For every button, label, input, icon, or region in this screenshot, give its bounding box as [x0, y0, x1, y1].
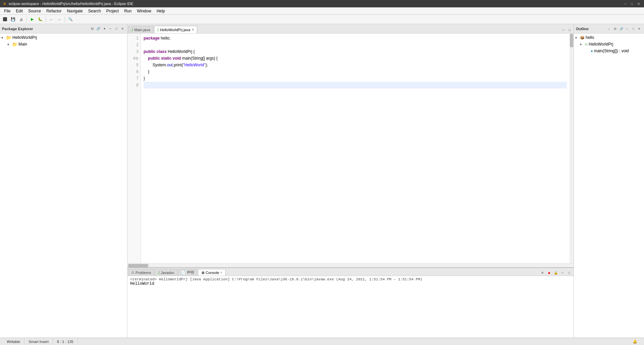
minimize-button[interactable]: ─	[623, 1, 628, 6]
toolbar-sep-3	[65, 16, 65, 22]
main-label: Main	[18, 42, 27, 47]
console-maximize-btn[interactable]: □	[566, 270, 572, 276]
scrollbar-h-thumb[interactable]	[128, 264, 148, 267]
save-button[interactable]: 💾	[9, 16, 17, 23]
tree-arrow-main: ▾	[7, 43, 12, 46]
code-line-7: }	[144, 75, 567, 82]
console-minimize-btn[interactable]: ─	[559, 270, 566, 276]
editor-main[interactable]: 1 2 3 4⊖ 5 6 7 8 package hello; public	[127, 33, 574, 263]
menu-run[interactable]: Run	[121, 8, 134, 14]
outline-collapse-btn[interactable]: ⊟	[612, 26, 618, 31]
console-output: HelloWorld	[130, 281, 571, 286]
tab-javadoc-label: Javadoc	[161, 271, 174, 275]
bottom-panel: ⚠ Problems J Javadoc 📄 声明 🖥 Console ✕	[127, 267, 574, 338]
tab-declaration-label: 声明	[187, 270, 194, 275]
editor-scrollbar-h[interactable]	[127, 263, 574, 267]
project-icon: 📁	[6, 35, 11, 40]
menu-navigate[interactable]: Navigate	[64, 8, 85, 14]
editor-tabs: J Main.java J HelloWorldPrj.java ✕ ─ □	[127, 24, 574, 33]
console-close-icon[interactable]: ✕	[220, 271, 223, 274]
debug-button[interactable]: 🐛	[37, 16, 44, 23]
outline-item-method[interactable]: ▾ ● main(String[]) : void	[574, 48, 644, 54]
project-label: HelloWorldPrj	[12, 35, 37, 40]
code-area[interactable]: package hello; public class HelloWorldPr…	[141, 33, 570, 263]
tab-main-java[interactable]: J Main.java	[128, 26, 153, 33]
tab-javadoc[interactable]: J Javadoc	[155, 269, 177, 276]
tab-problems[interactable]: ⚠ Problems	[128, 269, 154, 276]
outline-link-btn[interactable]: 🔗	[619, 26, 624, 31]
outline-title: Outline	[576, 27, 589, 31]
tree-item-main[interactable]: ▾ 📁 Main	[0, 41, 127, 48]
toolbar-sep-2	[46, 16, 46, 22]
close-button[interactable]: ✕	[636, 1, 641, 6]
outline-tree: ▾ 📦 hello ▾ ⊙ HelloWorldPrj ▾ ● main(Str…	[574, 33, 644, 55]
menu-edit[interactable]: Edit	[13, 8, 25, 14]
outline-class-label: HelloWorldPrj	[589, 42, 613, 47]
view-menu-icon[interactable]: ▾	[102, 26, 107, 31]
status-insert-text: Smart Insert	[29, 340, 49, 344]
tab-helloworld-close[interactable]: ✕	[192, 28, 194, 31]
close-panel-icon[interactable]: ✕	[120, 26, 125, 31]
menu-search[interactable]: Search	[86, 8, 104, 14]
back-button[interactable]: ←	[48, 16, 55, 23]
menu-file[interactable]: File	[1, 8, 13, 14]
outline-method-icon: ●	[591, 49, 593, 53]
outline-item-hello[interactable]: ▾ 📦 hello	[574, 34, 644, 41]
menu-source[interactable]: Source	[25, 8, 44, 14]
outline-maximize-btn[interactable]: □	[631, 26, 636, 31]
package-explorer-title: Package Explorer	[2, 27, 33, 31]
tree-item-project[interactable]: ▾ 📁 HelloWorldPrj	[0, 34, 127, 41]
outline-item-class[interactable]: ▾ ⊙ HelloWorldPrj	[574, 41, 644, 48]
outline-class-icon: ⊙	[585, 42, 588, 47]
run-button[interactable]: ▶	[29, 16, 36, 23]
search-button[interactable]: 🔍	[67, 16, 74, 23]
tree-arrow-project: ▾	[1, 36, 6, 40]
outline-close-btn[interactable]: ✕	[637, 26, 642, 31]
tab-declaration[interactable]: 📄 声明	[178, 269, 197, 276]
minimize-panel-icon[interactable]: ─	[108, 26, 113, 31]
outline-pkg-icon: 📦	[580, 36, 585, 40]
maximize-panel-icon[interactable]: □	[114, 26, 119, 31]
tab-console-label: Console	[206, 271, 219, 275]
link-editor-icon[interactable]: 🔗	[96, 26, 101, 31]
editor-scrollbar-v[interactable]	[570, 33, 574, 263]
tab-main-java-label: Main.java	[135, 28, 150, 32]
console-scroll-lock-btn[interactable]: 🔒	[553, 270, 559, 276]
line-num-1: 1	[127, 35, 141, 42]
line-num-2: 2	[127, 42, 141, 48]
outline-panel: Outline ↕ ⊟ 🔗 ─ □ ✕ ▾ 📦 hello ▾ ⊙ HelloW…	[574, 24, 644, 338]
tab-console[interactable]: 🖥 Console ✕	[198, 269, 226, 276]
javadoc-icon: J	[158, 271, 160, 275]
status-right: 🔔	[629, 339, 641, 344]
tab-helloworld-java[interactable]: J HelloWorldPrj.java ✕	[154, 26, 198, 33]
outline-minimize-btn[interactable]: ─	[625, 26, 630, 31]
menu-help[interactable]: Help	[154, 8, 168, 14]
problems-icon: ⚠	[131, 270, 135, 275]
code-line-8	[144, 82, 567, 88]
outline-sort-btn[interactable]: ↕	[606, 26, 612, 31]
scrollbar-thumb[interactable]	[570, 34, 573, 47]
maximize-button[interactable]: □	[629, 1, 635, 6]
line-num-4: 4⊖	[127, 55, 141, 62]
status-writable: Writable	[3, 338, 24, 345]
declaration-icon: 📄	[181, 270, 186, 275]
menu-refactor[interactable]: Refactor	[44, 8, 64, 14]
status-position: 8 : 1 : 135	[53, 338, 78, 345]
menu-project[interactable]: Project	[104, 8, 121, 14]
editor-minimize-icon[interactable]: ─	[561, 27, 566, 32]
toolbar-sep-1	[26, 16, 27, 22]
console-terminate-btn[interactable]: ■	[546, 270, 552, 276]
console-terminated-text: <terminated> HelloWorldPrj [Java Applica…	[130, 277, 571, 281]
forward-button[interactable]: →	[56, 16, 63, 23]
menu-window[interactable]: Window	[134, 8, 154, 14]
new-button[interactable]: ⬛	[1, 16, 9, 23]
editor-maximize-icon[interactable]: □	[567, 27, 572, 32]
console-clear-btn[interactable]: ✕	[539, 270, 545, 276]
collapse-all-icon[interactable]: ⊟	[90, 26, 95, 31]
tab-helloworld-label: HelloWorldPrj.java	[160, 28, 190, 32]
panel-header-icons: ⊟ 🔗 ▾ ─ □ ✕	[90, 26, 125, 31]
print-button[interactable]: 🖨	[17, 16, 25, 23]
main-icon: 📁	[12, 42, 17, 47]
line-numbers: 1 2 3 4⊖ 5 6 7 8	[127, 33, 141, 263]
package-explorer-panel: Package Explorer ⊟ 🔗 ▾ ─ □ ✕ ▾ 📁 HelloWo…	[0, 24, 127, 338]
